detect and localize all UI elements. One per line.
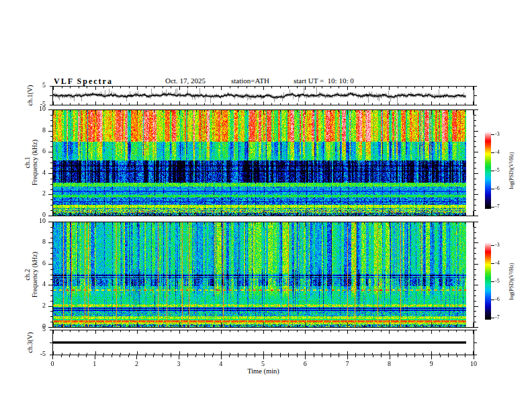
ch2-colorbar-tick-label: -4 xyxy=(495,260,500,266)
spec2-ytick-label: 8 xyxy=(26,238,46,245)
ch3-waveform-canvas xyxy=(53,330,474,355)
x-tick-label: 3 xyxy=(169,360,189,367)
wave1-ytick-label: 5 xyxy=(26,81,46,89)
vlf-spectra-figure: VLF Spectra Oct. 17, 2025 station=ATH st… xyxy=(0,0,532,411)
x-tick-label: 1 xyxy=(85,360,105,367)
figure-title: VLF Spectra xyxy=(54,77,113,87)
ch1-colorbar-tick-label: -6 xyxy=(495,185,500,191)
x-tick-label: 5 xyxy=(253,360,273,367)
ch1-colorbar-tick-label: -4 xyxy=(495,149,500,155)
time-axis-label: Time (min) xyxy=(223,367,304,375)
ch1-spectrogram-canvas xyxy=(53,110,474,216)
ch1-colorbar-tick-label: -3 xyxy=(495,131,500,137)
x-tick-label: 6 xyxy=(295,360,315,367)
x-tick-label: 2 xyxy=(126,360,146,367)
ch2-colorbar-tick-label: -6 xyxy=(495,296,500,302)
wave1-ytick-label: -5 xyxy=(26,100,46,107)
ch1-frequency-axis-channel: ch.1 xyxy=(24,140,31,185)
spec2-ytick-label: 2 xyxy=(26,302,46,309)
x-tick-label: 4 xyxy=(211,360,231,367)
ch1-waveform-canvas xyxy=(53,87,474,105)
ch1-spectrogram-panel xyxy=(52,109,474,216)
x-tick-label: 10 xyxy=(463,360,484,367)
ch1-frequency-axis-label: ch.1 Frequency (kHz) xyxy=(24,140,38,185)
x-tick-label: 0 xyxy=(42,360,62,367)
x-tick-label: 7 xyxy=(337,360,357,367)
ch1-frequency-axis-units: Frequency (kHz) xyxy=(31,140,38,185)
ch2-spectrogram-panel xyxy=(52,222,474,328)
date-label: Oct. 17, 2025 xyxy=(165,77,206,85)
ch2-colorbar-label: log(PSD)(V²/Hz) xyxy=(508,263,515,300)
ch2-spectrogram-canvas xyxy=(53,222,474,327)
ch3-waveform-panel xyxy=(52,330,474,355)
ch1-colorbar-tick-label: -5 xyxy=(495,167,500,173)
start-ut-label: start UT = 10: 10: 0 xyxy=(294,77,354,85)
ch1-colorbar-label: log(PSD)(V²/Hz) xyxy=(508,152,515,189)
ch2-colorbar xyxy=(485,243,491,320)
spec2-ytick-label: 4 xyxy=(26,280,46,287)
ch1-colorbar xyxy=(485,132,491,209)
x-tick-label: 9 xyxy=(421,360,441,367)
spec1-ytick-label: 8 xyxy=(26,126,46,134)
station-label: station=ATH xyxy=(231,77,269,85)
spec1-ytick-label: 4 xyxy=(26,169,46,176)
ch1-waveform-panel xyxy=(52,86,474,105)
ch2-colorbar-tick-label: -7 xyxy=(495,314,500,320)
spec2-ytick-label: 10 xyxy=(26,217,46,224)
spec2-ytick-label: 6 xyxy=(26,259,46,267)
x-tick-label: 8 xyxy=(380,360,400,367)
ch1-colorbar-tick-label: -7 xyxy=(495,203,500,210)
spec1-ytick-label: 2 xyxy=(26,189,46,197)
wave3-ytick-label: -5 xyxy=(26,350,46,357)
spec1-ytick-label: 6 xyxy=(26,147,46,154)
wave3-ytick-label: 5 xyxy=(26,325,46,332)
ch2-colorbar-tick-label: -5 xyxy=(495,278,500,284)
ch2-colorbar-tick-label: -3 xyxy=(495,242,500,248)
